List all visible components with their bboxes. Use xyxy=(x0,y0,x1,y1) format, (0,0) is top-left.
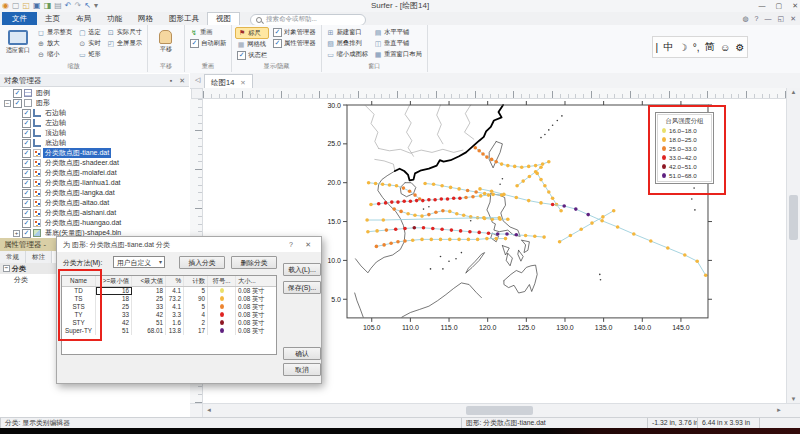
collapse-icon[interactable]: − xyxy=(3,265,10,272)
cell-0-6[interactable]: 0.08 英寸 xyxy=(236,287,276,295)
cell-3-1[interactable]: 33 xyxy=(96,311,132,319)
ime-chinese-icon[interactable]: 中 xyxy=(663,40,673,54)
button-平移[interactable]: 平移 xyxy=(151,27,181,53)
cell-1-0[interactable]: TS xyxy=(62,295,96,303)
ribbon-tab-主页[interactable]: 主页 xyxy=(37,12,68,25)
ribbon-tab-网格[interactable]: 网格 xyxy=(130,12,161,25)
cell-3-3[interactable]: 3.3 xyxy=(166,311,184,319)
pm-tab-常规[interactable]: 常规 xyxy=(0,251,26,263)
scroll-right-icon[interactable]: ► xyxy=(776,404,782,417)
cell-4-5[interactable] xyxy=(208,319,236,327)
scroll-left-icon[interactable]: ◄ xyxy=(206,404,212,417)
cell-2-3[interactable]: 4.1 xyxy=(166,303,184,311)
cell-5-4[interactable]: 17 xyxy=(184,327,208,335)
ime-moon-icon[interactable]: ☽ xyxy=(679,42,688,53)
visibility-checkbox[interactable]: ✓ xyxy=(22,179,31,188)
visibility-checkbox[interactable]: ✓ xyxy=(22,229,31,238)
close-icon[interactable]: ✕ xyxy=(792,0,798,12)
cell-4-2[interactable]: 51 xyxy=(132,319,166,327)
visibility-checkbox[interactable]: ✓ xyxy=(22,209,31,218)
button-网格线[interactable]: ▦网格线 xyxy=(235,39,269,50)
visibility-checkbox[interactable]: ✓ xyxy=(22,159,31,168)
tree-item-分类散点图-aitao.dat[interactable]: ✓分类散点图-aitao.dat xyxy=(0,198,189,208)
cell-2-4[interactable]: 5 xyxy=(184,303,208,311)
visibility-checkbox[interactable]: ✓ xyxy=(22,149,31,158)
ime-cursor-icon[interactable]: | xyxy=(656,42,659,53)
button-重置窗口布局[interactable]: ▦重置窗口布局 xyxy=(372,49,424,60)
cell-2-1[interactable]: 25 xyxy=(96,303,132,311)
button-全屏显示[interactable]: ◰全屏显示 xyxy=(105,38,144,49)
cell-2-5[interactable] xyxy=(208,303,236,311)
tree-item-图形[interactable]: −✓图形 xyxy=(0,98,189,108)
tree-item-分类散点图-huangao.dat[interactable]: ✓分类散点图-huangao.dat xyxy=(0,218,189,228)
workspace-icon[interactable]: ◍ xyxy=(742,12,748,25)
button-缩小[interactable]: ⊖缩小 xyxy=(35,49,74,60)
button-水平平铺[interactable]: ▤水平平铺 xyxy=(372,27,424,38)
minimize-icon[interactable]: — xyxy=(759,0,766,12)
ok-button[interactable]: 确认 xyxy=(283,347,321,360)
tree-item-分类散点图-shadeer.dat[interactable]: ✓分类散点图-shadeer.dat xyxy=(0,158,189,168)
class-row-TD[interactable]: TD16184.150.08 英寸 xyxy=(62,287,276,295)
cell-3-6[interactable]: 0.08 英寸 xyxy=(236,311,276,319)
tree-item-分类散点图-lianhua1.dat[interactable]: ✓分类散点图-lianhua1.dat xyxy=(0,178,189,188)
visibility-checkbox[interactable]: ✓ xyxy=(13,99,22,108)
help-icon[interactable]: ? xyxy=(755,12,759,25)
tree-item-顶边轴[interactable]: ✓顶边轴 xyxy=(0,128,189,138)
load-button[interactable]: 载入(L)... xyxy=(283,263,321,276)
checkbox-自动刷新[interactable]: ✓自动刷新 xyxy=(188,38,228,49)
button-显示整页[interactable]: ◻显示整页 xyxy=(35,27,74,38)
visibility-checkbox[interactable]: ✓ xyxy=(22,219,31,228)
cell-0-4[interactable]: 5 xyxy=(184,287,208,295)
class-row-Super-TY[interactable]: Super-TY5168.0113.8170.08 英寸 xyxy=(62,327,276,335)
checkbox-属性管理器[interactable]: ✓属性管理器 xyxy=(271,38,317,49)
button-实时[interactable]: ⊙实时 xyxy=(76,38,103,49)
horizontal-scroll-thumb[interactable] xyxy=(466,406,533,415)
cell-1-3[interactable]: 73.2 xyxy=(166,295,184,303)
method-select[interactable]: 用户自定义 ▾ xyxy=(113,256,165,268)
button-层叠排列[interactable]: ▧层叠排列 xyxy=(325,38,370,49)
ime-simplified-icon[interactable]: 简 xyxy=(705,40,715,54)
close-icon[interactable]: ✕ xyxy=(179,74,185,87)
cell-3-2[interactable]: 42 xyxy=(132,311,166,319)
cell-0-1[interactable]: 16 xyxy=(96,287,132,295)
checkbox-状态栏[interactable]: ✓状态栏 xyxy=(235,50,269,61)
search-input[interactable]: 搜索命令或帮助... xyxy=(250,14,366,26)
scroll-up-icon[interactable]: ▲ xyxy=(787,89,800,95)
visibility-checkbox[interactable]: ✓ xyxy=(22,169,31,178)
cell-3-4[interactable]: 4 xyxy=(184,311,208,319)
cancel-button[interactable]: 取消 xyxy=(283,363,321,376)
cell-5-2[interactable]: 68.01 xyxy=(132,327,166,335)
visibility-checkbox[interactable]: ✓ xyxy=(22,139,31,148)
cell-4-6[interactable]: 0.08 英寸 xyxy=(236,319,276,327)
tab-nav-back-icon[interactable]: ◁ xyxy=(195,76,200,84)
tree-item-分类散点图-molafei.dat[interactable]: ✓分类散点图-molafei.dat xyxy=(0,168,189,178)
cell-5-6[interactable]: 0.08 英寸 xyxy=(236,327,276,335)
cell-4-4[interactable]: 2 xyxy=(184,319,208,327)
delete-class-button[interactable]: 删除分类 xyxy=(231,256,277,269)
cell-4-1[interactable]: 42 xyxy=(96,319,132,327)
visibility-checkbox[interactable]: ✓ xyxy=(22,119,31,128)
pin-icon[interactable]: ▪ xyxy=(170,74,172,87)
button-新建窗口[interactable]: ⊞新建窗口 xyxy=(325,27,370,38)
cell-0-0[interactable]: TD xyxy=(62,287,96,295)
cell-3-0[interactable]: TY xyxy=(62,311,96,319)
cell-1-4[interactable]: 90 xyxy=(184,295,208,303)
class-table[interactable]: Name>=最小值<最大值%计数符号...大小...TD16184.150.08… xyxy=(61,275,277,355)
cell-3-5[interactable] xyxy=(208,311,236,319)
tree-item-分类散点图-aishani.dat[interactable]: ✓分类散点图-aishani.dat xyxy=(0,208,189,218)
cell-2-2[interactable]: 33 xyxy=(132,303,166,311)
ribbon-tab-布局[interactable]: 布局 xyxy=(68,12,99,25)
button-重画[interactable]: ↯重画 xyxy=(188,27,228,38)
mdi-close-icon[interactable]: ✕ xyxy=(790,12,796,25)
cell-1-2[interactable]: 25 xyxy=(132,295,166,303)
button-矩形[interactable]: ▭矩形 xyxy=(76,49,103,60)
dialog-title-bar[interactable]: 为 图形: 分类散点图-tiane.dat 分类 ? ✕ xyxy=(57,237,321,252)
cell-4-0[interactable]: STY xyxy=(62,319,96,327)
visibility-checkbox[interactable]: ✓ xyxy=(22,199,31,208)
pm-tab-标注[interactable]: 标注 xyxy=(26,251,52,263)
visibility-checkbox[interactable]: ✓ xyxy=(22,189,31,198)
mdi-restore-icon[interactable]: ◱ xyxy=(778,12,785,25)
class-row-TY[interactable]: TY33423.340.08 英寸 xyxy=(62,311,276,319)
cell-0-3[interactable]: 4.1 xyxy=(166,287,184,295)
mdi-minimize-icon[interactable]: — xyxy=(765,12,772,25)
